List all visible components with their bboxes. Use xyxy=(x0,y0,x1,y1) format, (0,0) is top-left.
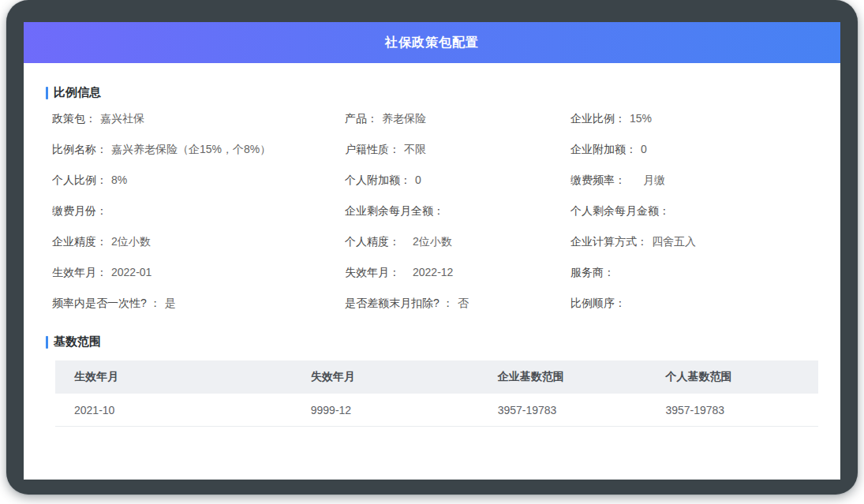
section-accent-bar-icon xyxy=(46,87,48,99)
section-title-text: 基数范围 xyxy=(54,334,101,349)
field-product: 产品：养老保险 xyxy=(345,112,570,126)
field-value: 0 xyxy=(641,143,647,155)
field-value: 2022-01 xyxy=(111,266,151,278)
field-value: 嘉兴社保 xyxy=(100,112,144,125)
field-value: 月缴 xyxy=(643,174,665,186)
field-company-calc-method: 企业计算方式：四舍五入 xyxy=(570,235,818,249)
cell-personal-base-range: 3957-19783 xyxy=(646,404,818,416)
field-value: 0 xyxy=(415,174,421,186)
field-label: 个人比例： xyxy=(52,174,107,186)
field-label: 是否差额末月扣除? ： xyxy=(345,297,454,309)
section-title-ratio-info: 比例信息 xyxy=(46,85,818,100)
field-label: 企业剩余每月全额： xyxy=(345,204,444,217)
field-label: 企业附加额： xyxy=(570,143,637,155)
column-header-expiry-month: 失效年月 xyxy=(292,370,479,384)
field-personal-ratio: 个人比例：8% xyxy=(52,174,345,188)
column-header-company-base-range: 企业基数范围 xyxy=(479,370,647,384)
field-effective-month: 生效年月：2022-01 xyxy=(52,266,345,280)
field-company-additional-amount: 企业附加额：0 xyxy=(570,143,818,157)
field-deduct-difference-last-month: 是否差额末月扣除? ：否 xyxy=(345,297,570,311)
field-label: 生效年月： xyxy=(52,266,107,278)
field-label: 频率内是否一次性? ： xyxy=(52,297,161,309)
column-header-personal-base-range: 个人基数范围 xyxy=(646,370,818,384)
config-dialog: 社保政策包配置 比例信息 政策包：嘉兴社保 产品：养老保险 企业比例：15% 比… xyxy=(24,22,840,480)
field-label: 政策包： xyxy=(52,112,96,125)
ratio-info-fields: 政策包：嘉兴社保 产品：养老保险 企业比例：15% 比例名称：嘉兴养老保险（企1… xyxy=(46,103,818,319)
field-label: 个人附加额： xyxy=(345,174,411,186)
field-ratio-name: 比例名称：嘉兴养老保险（企15%，个8%） xyxy=(52,143,345,157)
field-value: 是 xyxy=(165,297,176,309)
field-value: 嘉兴养老保险（企15%，个8%） xyxy=(111,143,271,155)
field-payment-month: 缴费月份： xyxy=(52,204,345,218)
field-personal-monthly-remainder: 个人剩余每月金额： xyxy=(570,204,818,218)
field-label: 个人剩余每月金额： xyxy=(570,204,670,217)
cell-expiry-month: 9999-12 xyxy=(292,404,479,416)
field-label: 缴费月份： xyxy=(52,204,107,217)
dialog-header: 社保政策包配置 xyxy=(24,22,840,63)
field-service-provider: 服务商： xyxy=(570,266,818,280)
field-label: 户籍性质： xyxy=(345,143,400,155)
dialog-title: 社保政策包配置 xyxy=(385,35,479,51)
section-title-text: 比例信息 xyxy=(54,85,101,100)
field-label: 产品： xyxy=(345,112,378,125)
column-header-effective-month: 生效年月 xyxy=(55,370,292,384)
field-value: 2位小数 xyxy=(111,235,151,248)
field-value: 四舍五入 xyxy=(652,235,696,248)
section-accent-bar-icon xyxy=(46,336,48,349)
field-once-per-frequency: 频率内是否一次性? ：是 xyxy=(52,297,345,311)
section-ratio-info: 比例信息 政策包：嘉兴社保 产品：养老保险 企业比例：15% 比例名称：嘉兴养老… xyxy=(46,85,818,319)
section-title-base-range: 基数范围 xyxy=(46,334,818,349)
device-frame: 社保政策包配置 比例信息 政策包：嘉兴社保 产品：养老保险 企业比例：15% 比… xyxy=(6,0,858,495)
table-header-row: 生效年月 失效年月 企业基数范围 个人基数范围 xyxy=(55,360,818,394)
base-range-table: 生效年月 失效年月 企业基数范围 个人基数范围 2021-10 9999-12 … xyxy=(55,360,818,427)
field-ratio-order: 比例顺序： xyxy=(570,297,818,311)
field-label: 企业计算方式： xyxy=(570,235,648,248)
section-base-range: 基数范围 生效年月 失效年月 企业基数范围 个人基数范围 2021-10 999… xyxy=(46,334,818,427)
field-label: 比例名称： xyxy=(52,143,107,155)
field-policy-package: 政策包：嘉兴社保 xyxy=(52,112,345,126)
cell-company-base-range: 3957-19783 xyxy=(479,404,647,416)
field-personal-precision: 个人精度：2位小数 xyxy=(345,235,570,249)
field-value: 养老保险 xyxy=(382,112,426,125)
field-value: 2位小数 xyxy=(413,235,452,248)
field-expiry-month: 失效年月：2022-12 xyxy=(345,266,570,280)
field-value: 否 xyxy=(458,297,469,309)
field-label: 个人精度： xyxy=(345,235,400,248)
dialog-body: 比例信息 政策包：嘉兴社保 产品：养老保险 企业比例：15% 比例名称：嘉兴养老… xyxy=(24,85,840,427)
field-payment-frequency: 缴费频率：月缴 xyxy=(570,174,818,188)
field-company-monthly-remainder: 企业剩余每月全额： xyxy=(345,204,570,218)
field-label: 企业精度： xyxy=(52,235,107,248)
field-value: 15% xyxy=(630,112,652,125)
field-company-precision: 企业精度：2位小数 xyxy=(52,235,345,249)
field-value: 不限 xyxy=(404,143,426,155)
field-household-type: 户籍性质：不限 xyxy=(345,143,570,157)
field-personal-additional-amount: 个人附加额：0 xyxy=(345,174,570,188)
field-company-ratio: 企业比例：15% xyxy=(570,112,818,126)
field-value: 2022-12 xyxy=(413,266,453,278)
table-row: 2021-10 9999-12 3957-19783 3957-19783 xyxy=(55,394,818,427)
field-value: 8% xyxy=(111,174,127,186)
field-label: 比例顺序： xyxy=(570,297,626,309)
field-label: 服务商： xyxy=(570,266,615,278)
field-label: 缴费频率： xyxy=(570,174,626,186)
cell-effective-month: 2021-10 xyxy=(55,404,292,416)
field-label: 失效年月： xyxy=(345,266,400,278)
field-label: 企业比例： xyxy=(570,112,626,125)
